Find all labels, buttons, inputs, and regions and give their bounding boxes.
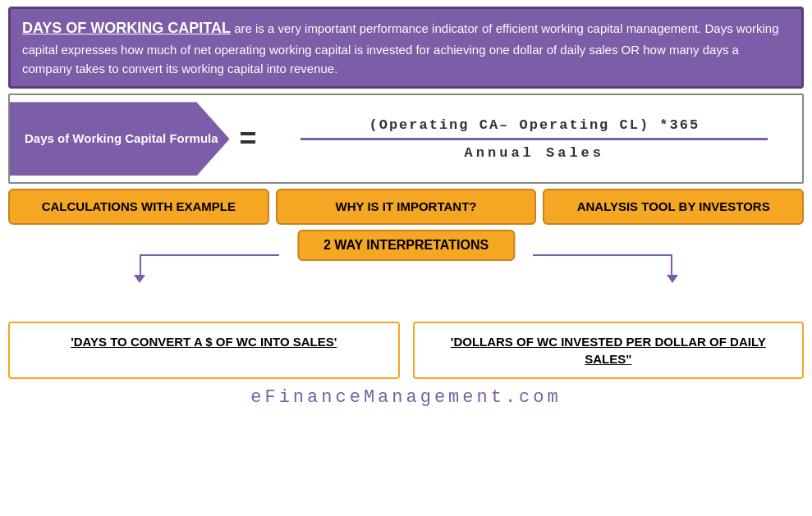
fraction-line [300, 138, 768, 140]
interp-card-dollars: 'DOLLARS OF WC INVESTED PER DOLLAR OF DA… [413, 322, 805, 379]
fraction-denominator: Annual Sales [465, 142, 604, 161]
analysis-button[interactable]: ANALYSIS TOOL BY INVESTORS [543, 189, 804, 225]
formula-row: Days of Working Capital Formula = (Opera… [8, 94, 804, 184]
arrowhead-left [134, 275, 145, 283]
fraction-box: (Operating CA– Operating CL) *365 Annual… [267, 114, 802, 164]
interpretations-section: 2 WAY INTERPRETATIONS 'DAYS TO CONVERT A… [8, 230, 804, 379]
header-box: DAYS OF WORKING CAPITAL are is a very im… [8, 7, 804, 89]
interp-card-days: 'DAYS TO CONVERT A $ OF WC INTO SALES' [8, 322, 400, 379]
interp-cards-row: 'DAYS TO CONVERT A $ OF WC INTO SALES' '… [8, 322, 804, 379]
why-button[interactable]: WHY IS IT IMPORTANT? [276, 189, 537, 225]
footer-text: eFinanceManagement.com [8, 387, 804, 411]
arrow-right-vertical [671, 254, 672, 277]
calc-button[interactable]: CALCULATIONS WITH EXAMPLE [8, 189, 269, 225]
arrow-left-vertical [140, 254, 141, 277]
formula-arrow-label: Days of Working Capital Formula [10, 102, 230, 176]
equals-sign: = [230, 121, 267, 156]
page-wrapper: DAYS OF WORKING CAPITAL are is a very im… [0, 0, 812, 516]
fraction-numerator: (Operating CA– Operating CL) *365 [369, 117, 700, 136]
arrow-right-horizontal [533, 254, 672, 256]
arrowhead-right [667, 275, 678, 283]
buttons-row: CALCULATIONS WITH EXAMPLE WHY IS IT IMPO… [8, 189, 804, 225]
interpretations-button[interactable]: 2 WAY INTERPRETATIONS [297, 230, 515, 261]
arrow-left-horizontal [140, 254, 279, 256]
header-title: DAYS OF WORKING CAPITAL [22, 20, 231, 36]
